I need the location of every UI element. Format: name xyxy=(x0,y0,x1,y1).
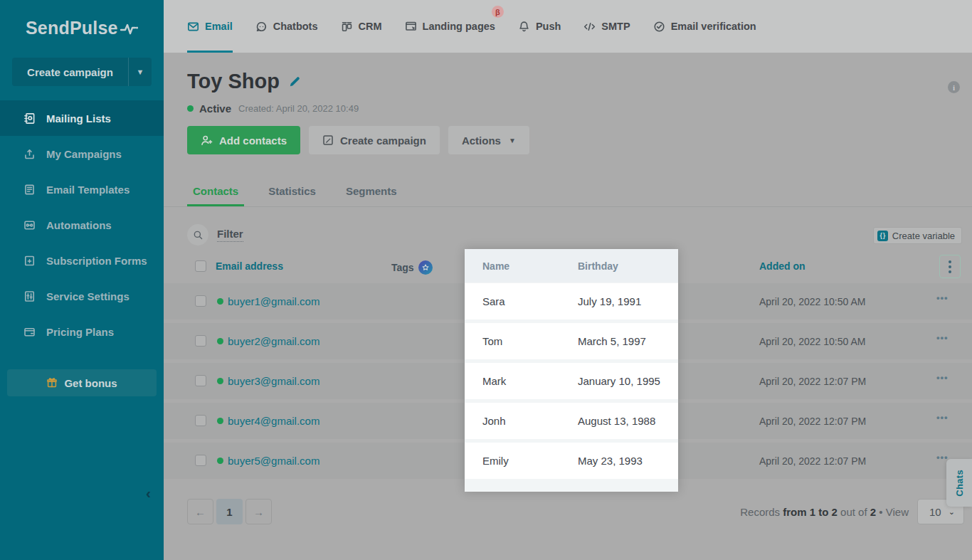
tab-contacts[interactable]: Contacts xyxy=(187,179,244,206)
nav-item-label: Push xyxy=(536,21,561,32)
actions-button[interactable]: Actions ▼ xyxy=(448,126,529,154)
row-checkbox[interactable] xyxy=(195,375,206,386)
highlighted-row: EmilyMay 23, 1993 xyxy=(465,443,678,479)
sidebar-item-subscription-forms[interactable]: Subscription Forms xyxy=(0,243,164,278)
tabs-divider xyxy=(164,206,972,207)
sendpulse-logo[interactable]: SendPulse xyxy=(0,0,164,38)
filter-toggle[interactable]: Filter xyxy=(217,228,243,242)
gift-icon xyxy=(46,377,58,389)
column-added-on[interactable]: Added on xyxy=(759,260,805,272)
column-email-address[interactable]: Email address xyxy=(216,260,283,272)
create-campaign-button[interactable]: Create campaign ▼ xyxy=(12,58,152,86)
tab-statistics[interactable]: Statistics xyxy=(263,179,322,206)
sidebar-item-service-settings[interactable]: Service Settings xyxy=(0,278,164,314)
contact-email-link[interactable]: buyer5@gmail.com xyxy=(228,455,319,467)
chevron-down-icon[interactable]: ▼ xyxy=(128,58,152,86)
contact-birthday-value: January 10, 1995 xyxy=(578,375,660,387)
create-campaign-main-label: Create campaign xyxy=(340,134,426,147)
nav-item-landing-pages[interactable]: Landing pagesβ xyxy=(405,0,495,53)
highlighted-columns-panel: Name Birthday SaraJuly 19, 1991TomMarch … xyxy=(465,249,678,492)
sidebar-item-my-campaigns[interactable]: My Campaigns xyxy=(0,136,164,171)
nav-item-label: CRM xyxy=(359,21,382,32)
chats-label: Chats xyxy=(954,470,965,497)
get-bonus-button[interactable]: Get bonus xyxy=(7,369,157,396)
nav-item-label: Email verification xyxy=(671,21,756,32)
contact-status-dot xyxy=(217,298,223,305)
create-campaign-button-main[interactable]: Create campaign xyxy=(309,126,440,154)
contact-name-value: Tom xyxy=(482,335,502,347)
collapse-sidebar-icon[interactable]: ‹ xyxy=(146,485,151,500)
page-title: Toy Shop xyxy=(187,70,280,93)
push-icon xyxy=(518,21,530,33)
add-user-icon xyxy=(201,134,213,147)
highlighted-row: SaraJuly 19, 1991 xyxy=(465,283,678,319)
status-dot xyxy=(187,105,194,112)
sidebar-item-label: Mailing Lists xyxy=(46,112,111,125)
search-button[interactable] xyxy=(187,224,208,245)
actions-label: Actions xyxy=(462,134,501,147)
contact-birthday-value: March 5, 1997 xyxy=(578,335,646,347)
contact-email-link[interactable]: buyer1@gmail.com xyxy=(228,295,319,307)
added-on-value: April 20, 2022 12:07 PM xyxy=(759,455,866,467)
added-on-value: April 20, 2022 12:07 PM xyxy=(759,376,866,387)
main-content: Toy Shop i Active Created: April 20, 202… xyxy=(164,53,972,560)
smtp-icon xyxy=(583,21,596,33)
row-checkbox[interactable] xyxy=(195,335,206,347)
column-name[interactable]: Name xyxy=(482,260,509,272)
highlighted-row: TomMarch 5, 1997 xyxy=(465,323,678,359)
row-actions-button[interactable]: ••• xyxy=(936,332,949,343)
service-settings-icon xyxy=(23,290,36,302)
contact-email-link[interactable]: buyer4@gmail.com xyxy=(228,415,319,427)
sidebar-item-mailing-lists[interactable]: Mailing Lists xyxy=(0,100,164,136)
sidebar-item-email-templates[interactable]: Email Templates xyxy=(0,171,164,207)
nav-item-smtp[interactable]: SMTP xyxy=(583,0,630,53)
contact-email-link[interactable]: buyer2@gmail.com xyxy=(228,335,319,347)
tab-segments[interactable]: Segments xyxy=(340,179,403,206)
add-contacts-button[interactable]: Add contacts xyxy=(187,126,300,154)
sidebar-item-label: Service Settings xyxy=(46,290,130,302)
nav-item-email-verification[interactable]: Email verification xyxy=(653,0,756,53)
column-tags[interactable]: Tags xyxy=(391,260,433,275)
highlighted-row: MarkJanuary 10, 1995 xyxy=(465,363,678,399)
chevron-down-icon: ⌄ xyxy=(949,507,955,517)
chatbots-icon xyxy=(255,21,268,33)
add-contacts-label: Add contacts xyxy=(219,134,287,147)
nav-item-email[interactable]: Email xyxy=(187,0,233,53)
next-page-button[interactable]: → xyxy=(245,499,272,524)
sidebar-item-pricing-plans[interactable]: Pricing Plans xyxy=(0,314,164,349)
chats-tab[interactable]: Chats xyxy=(946,459,972,507)
contact-email-link[interactable]: buyer3@gmail.com xyxy=(228,375,319,387)
create-variable-label: Create variable xyxy=(892,231,955,241)
row-checkbox[interactable] xyxy=(195,295,206,307)
highlighted-row: JonhAugust 13, 1988 xyxy=(465,403,678,439)
contact-name-value: Jonh xyxy=(482,415,506,427)
beta-badge: β xyxy=(492,6,504,18)
previous-page-button[interactable]: ← xyxy=(187,499,213,524)
contact-name-value: Mark xyxy=(482,375,506,387)
added-on-value: April 20, 2022 12:07 PM xyxy=(759,416,866,427)
sidebar-item-label: Automations xyxy=(46,219,112,231)
select-all-checkbox[interactable] xyxy=(195,260,206,272)
column-birthday[interactable]: Birthday xyxy=(578,260,618,272)
info-icon[interactable]: i xyxy=(948,81,960,93)
create-variable-button[interactable]: { } Create variable xyxy=(873,227,962,244)
row-actions-button[interactable]: ••• xyxy=(936,412,949,423)
row-actions-button[interactable]: ••• xyxy=(936,372,949,383)
sidebar-item-label: My Campaigns xyxy=(46,148,122,160)
nav-item-chatbots[interactable]: Chatbots xyxy=(255,0,318,53)
edit-title-icon[interactable] xyxy=(288,75,302,88)
row-checkbox[interactable] xyxy=(195,455,206,466)
nav-item-label: SMTP xyxy=(601,21,630,32)
sidebar-item-automations[interactable]: Automations xyxy=(0,207,164,243)
page-number-button[interactable]: 1 xyxy=(216,499,243,524)
nav-item-crm[interactable]: CRM xyxy=(341,0,382,53)
column-settings-button[interactable] xyxy=(939,255,961,278)
created-date: Created: April 20, 2022 10:49 xyxy=(238,103,359,114)
crm-icon xyxy=(341,21,353,33)
row-checkbox[interactable] xyxy=(195,415,206,426)
added-on-value: April 20, 2022 10:50 AM xyxy=(759,336,865,347)
nav-item-push[interactable]: Push xyxy=(518,0,561,53)
row-actions-button[interactable]: ••• xyxy=(936,292,949,303)
get-bonus-label: Get bonus xyxy=(64,377,117,389)
nav-item-label: Email xyxy=(205,21,233,32)
